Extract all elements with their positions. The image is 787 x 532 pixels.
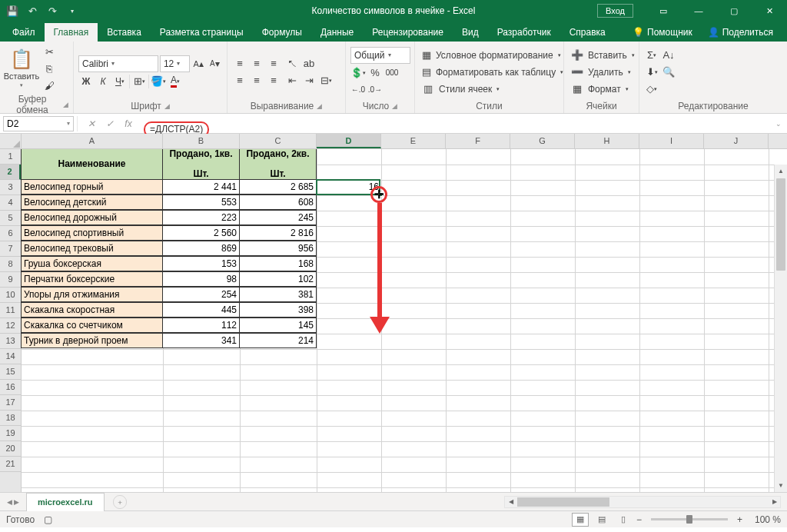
cell[interactable]: Велосипед спортивный <box>21 225 163 241</box>
decrease-decimal-icon[interactable]: .0→ <box>367 82 383 98</box>
page-break-view-icon[interactable]: ▯ <box>615 513 632 527</box>
minimize-button[interactable]: — <box>681 0 716 22</box>
decrease-font-icon[interactable]: A▾ <box>208 56 222 71</box>
cell[interactable]: 145 <box>239 318 317 333</box>
col-header-G[interactable]: G <box>510 134 575 148</box>
col-header-C[interactable]: C <box>240 134 317 148</box>
cell[interactable]: 2 816 <box>239 225 317 241</box>
tab-view[interactable]: Вид <box>453 23 488 42</box>
cell[interactable]: 2 685 <box>239 179 317 195</box>
expand-formula-bar-icon[interactable]: ⌄ <box>770 120 787 128</box>
vscroll-thumb[interactable] <box>776 178 785 271</box>
merge-icon[interactable]: ⊟▾ <box>318 73 334 88</box>
cell[interactable]: Скакалка скоростная <box>21 302 163 318</box>
tab-file[interactable]: Файл <box>3 23 45 42</box>
find-icon[interactable]: 🔍 <box>661 65 676 80</box>
login-button[interactable]: Вход <box>597 4 633 18</box>
cell[interactable]: 398 <box>239 302 317 318</box>
comma-icon[interactable]: 000 <box>384 65 400 81</box>
zoom-out-icon[interactable]: − <box>636 514 642 525</box>
delete-cells-button[interactable]: ➖Удалить▾ <box>569 65 634 80</box>
row-header[interactable]: 17 <box>0 395 21 411</box>
row-header[interactable]: 9 <box>0 272 21 288</box>
wrap-text-icon[interactable]: ab <box>301 56 317 71</box>
macro-recorder-icon[interactable]: ▢ <box>44 514 52 525</box>
row-header[interactable]: 2 <box>0 165 21 180</box>
hscroll-thumb[interactable] <box>517 497 609 507</box>
row-header[interactable]: 15 <box>0 364 21 380</box>
qat-customize-icon[interactable]: ▾ <box>63 2 81 20</box>
cell[interactable]: Велосипед горный <box>21 179 163 195</box>
row-header[interactable]: 16 <box>0 380 21 395</box>
italic-button[interactable]: К <box>95 74 111 89</box>
cell[interactable]: Скакалка со счетчиком <box>21 318 163 333</box>
vertical-scrollbar[interactable]: ▲ ▼ <box>774 165 787 492</box>
redo-icon[interactable]: ↷ <box>43 2 61 20</box>
cell[interactable]: 445 <box>162 302 240 318</box>
sheet-nav[interactable]: ◀ ▶ <box>0 498 26 506</box>
scroll-left-icon[interactable]: ◀ <box>505 497 516 507</box>
col-header-D[interactable]: D <box>317 134 381 148</box>
increase-decimal-icon[interactable]: ←.0 <box>350 82 366 98</box>
undo-icon[interactable]: ↶ <box>23 2 42 20</box>
page-layout-view-icon[interactable]: ▤ <box>593 513 610 527</box>
row-header[interactable]: 6 <box>0 226 21 241</box>
cell[interactable]: 214 <box>239 333 317 348</box>
cell[interactable]: Турник в дверной проем <box>21 333 163 348</box>
cancel-formula-icon[interactable]: ✕ <box>84 118 99 129</box>
tab-page-layout[interactable]: Разметка страницы <box>151 23 253 42</box>
bold-button[interactable]: Ж <box>78 74 94 89</box>
row-header[interactable]: 10 <box>0 288 21 303</box>
tab-home[interactable]: Главная <box>45 23 98 42</box>
cell[interactable]: Перчатки боксерские <box>21 271 163 287</box>
align-left-icon[interactable]: ≡ <box>232 73 247 88</box>
cell[interactable]: 168 <box>239 256 317 271</box>
scroll-up-icon[interactable]: ▲ <box>775 165 787 178</box>
cell[interactable]: Велосипед трековый <box>21 241 163 256</box>
increase-font-icon[interactable]: A▴ <box>191 56 206 71</box>
sort-filter-icon[interactable]: A↓ <box>661 48 676 63</box>
add-sheet-button[interactable]: + <box>113 495 127 509</box>
zoom-in-icon[interactable]: + <box>737 514 742 525</box>
col-header-H[interactable]: H <box>575 134 639 148</box>
normal-view-icon[interactable]: ▦ <box>572 513 589 527</box>
select-all-corner[interactable] <box>0 134 22 148</box>
scroll-right-icon[interactable]: ▶ <box>769 497 780 507</box>
align-middle-icon[interactable]: ≡ <box>249 56 264 71</box>
cell[interactable]: Наименование <box>21 149 163 180</box>
cell[interactable]: 2 441 <box>162 179 240 195</box>
align-launcher-icon[interactable]: ◢ <box>317 102 322 110</box>
sheet-tab[interactable]: microexcel.ru <box>26 493 105 511</box>
save-icon[interactable]: 💾 <box>3 2 22 20</box>
row-header[interactable]: 21 <box>0 457 21 472</box>
cell[interactable]: 112 <box>162 318 240 333</box>
font-color-icon[interactable]: A▾ <box>168 74 183 89</box>
col-header-E[interactable]: E <box>381 134 446 148</box>
maximize-button[interactable]: ▢ <box>716 0 752 22</box>
increase-indent-icon[interactable]: ⇥ <box>301 73 317 88</box>
row-header[interactable]: 12 <box>0 318 21 334</box>
row-header[interactable]: 11 <box>0 303 21 318</box>
zoom-slider[interactable] <box>651 518 728 520</box>
format-cells-button[interactable]: ▦Формат▾ <box>569 81 634 97</box>
font-launcher-icon[interactable]: ◢ <box>164 102 170 110</box>
percent-icon[interactable]: % <box>367 65 383 81</box>
cell[interactable]: 341 <box>162 333 240 348</box>
tab-insert[interactable]: Вставка <box>98 23 151 42</box>
cell[interactable]: Груша боксерская <box>21 256 163 271</box>
row-header[interactable]: 4 <box>0 195 21 211</box>
tab-review[interactable]: Рецензирование <box>363 23 453 42</box>
copy-icon[interactable]: ⎘ <box>42 61 57 76</box>
clear-icon[interactable]: ◇▾ <box>644 81 659 97</box>
align-center-icon[interactable]: ≡ <box>249 73 264 88</box>
font-size-combo[interactable]: 12▾ <box>160 55 190 72</box>
cell[interactable]: 381 <box>239 287 317 302</box>
cell[interactable]: 869 <box>162 241 240 256</box>
name-box[interactable]: D2▾ <box>3 116 74 131</box>
enter-formula-icon[interactable]: ✓ <box>102 118 118 129</box>
cell[interactable]: Упоры для отжимания <box>21 287 163 302</box>
align-right-icon[interactable]: ≡ <box>266 73 281 88</box>
row-header[interactable]: 7 <box>0 241 21 257</box>
row-header[interactable]: 18 <box>0 411 21 426</box>
cell[interactable]: Велосипед дорожный <box>21 210 163 225</box>
